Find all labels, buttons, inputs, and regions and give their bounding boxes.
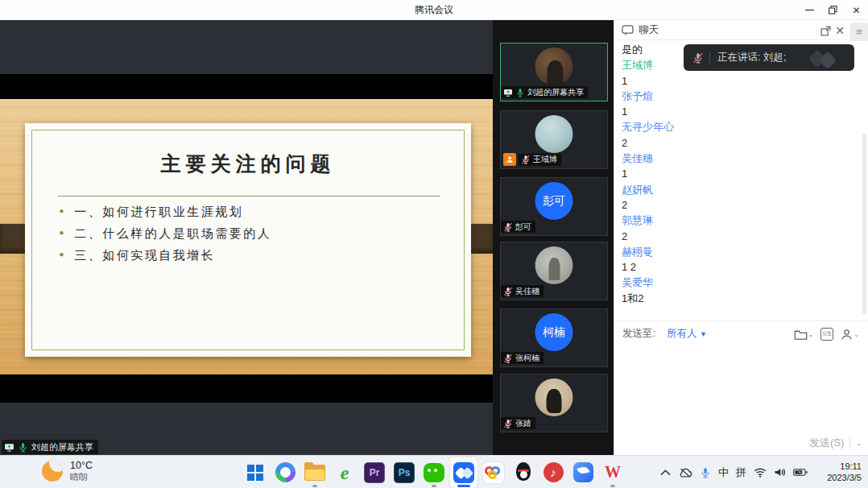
panel-drag-handle[interactable]: ≡ — [850, 23, 868, 41]
meeting-logo-watermark — [808, 50, 843, 68]
chat-header: 聊天 ✕ ≡ — [614, 20, 868, 40]
mic-muted-icon — [503, 287, 513, 296]
weather-desc: 晴朗 — [70, 472, 93, 482]
windows-taskbar: 10°C 晴朗 e Pr Ps — [0, 455, 868, 488]
chat-title: 聊天 — [639, 23, 659, 37]
participant-label: 张婧 — [501, 417, 535, 429]
browser-360[interactable] — [271, 457, 299, 488]
wechat[interactable] — [420, 457, 448, 488]
volume-icon[interactable] — [774, 467, 786, 478]
titlebar: 腾讯会议 ✕ — [0, 0, 868, 20]
send-file-icon[interactable]: ⌄ — [794, 329, 814, 341]
adobe-premiere[interactable]: Pr — [361, 457, 388, 488]
slide-bullet: 一、如何进行职业生涯规划 — [58, 201, 271, 223]
participant-label: 刘超的屏幕共享 — [501, 86, 588, 98]
chat-sender-name: 吴佳穗 — [622, 151, 847, 166]
file-explorer[interactable] — [301, 457, 329, 488]
chat-scrollbar[interactable] — [862, 133, 866, 314]
wechat-icon — [424, 463, 444, 482]
send-to-bar: 发送至: 所有人 ▼ ⌄ 公告 ⌄ — [614, 321, 868, 346]
wps-office[interactable]: W — [599, 457, 626, 488]
participant-name: 彭可 — [515, 221, 531, 233]
adobe-photoshop[interactable]: Ps — [391, 457, 418, 488]
participant-label: 彭可 — [501, 221, 535, 233]
mic-muted-icon — [503, 354, 513, 363]
netease-music-icon: ♪ — [544, 462, 564, 482]
slide-bullet: 二、什么样的人是职场需要的人 — [58, 223, 271, 245]
qq[interactable] — [510, 457, 537, 488]
chat-sender-name: 赵妍帆 — [622, 182, 847, 197]
browser-icon — [275, 462, 296, 482]
send-options-chevron-icon[interactable]: ⌄ — [856, 440, 862, 447]
send-to-dropdown[interactable]: 所有人 ▼ — [667, 327, 707, 341]
minimize-button[interactable] — [798, 0, 821, 20]
windows-start[interactable] — [242, 457, 269, 488]
tray-expand-icon[interactable] — [660, 469, 671, 476]
thunder[interactable] — [569, 457, 597, 488]
thunder-icon — [573, 462, 593, 482]
host-badge-icon — [503, 153, 516, 166]
mention-member-icon[interactable]: ⌄ — [841, 329, 859, 341]
close-chat-icon[interactable]: ✕ — [832, 23, 848, 39]
slide-title: 主要关注的问题 — [25, 151, 471, 177]
wps-icon: W — [605, 463, 621, 482]
chat-sender-name: 无寻少年心 — [622, 119, 847, 134]
screen-share-icon — [503, 88, 513, 97]
weather-temp: 10°C — [70, 460, 93, 472]
tencent-meeting[interactable] — [450, 457, 477, 488]
avatar — [535, 378, 573, 416]
battery-icon[interactable] — [793, 468, 808, 477]
avatar: 彭可 — [535, 182, 573, 220]
wifi-icon[interactable] — [754, 467, 767, 478]
ime-language-indicator[interactable]: 中 — [718, 465, 729, 480]
tray-time: 19:11 — [827, 461, 862, 473]
chat-message: 1 — [622, 166, 847, 181]
participant-name: 张柯楠 — [515, 353, 539, 364]
participant-tile[interactable]: 吴佳穗 — [500, 242, 608, 300]
ime-mode-indicator[interactable]: 拼 — [736, 465, 746, 480]
mic-muted-icon — [503, 419, 513, 428]
rings-app[interactable] — [480, 457, 507, 488]
participants-strip: 刘超的屏幕共享 王域博 彭可 彭可 吴佳穗 — [493, 20, 614, 455]
chat-message-list: 是的王域博1张予煊1无寻少年心2吴佳穗1赵妍帆2郭慧琳2赫栩曼1 2吴爱华1和2 — [622, 42, 847, 306]
avatar: 柯楠 — [535, 313, 573, 351]
tray-microphone-icon[interactable] — [700, 467, 711, 478]
sharing-status-label: 刘超的屏幕共享 — [31, 441, 93, 453]
participant-name: 吴佳穗 — [515, 286, 539, 297]
weather-widget[interactable]: 10°C 晴朗 — [42, 460, 93, 482]
participant-tile[interactable]: 彭可 彭可 — [500, 177, 608, 236]
toast-divider — [709, 52, 710, 64]
avatar-initials: 彭可 — [543, 194, 565, 209]
mic-icon — [18, 442, 28, 453]
participant-tile[interactable]: 刘超的屏幕共享 — [500, 43, 608, 101]
internet-explorer[interactable]: e — [331, 457, 358, 488]
mic-muted-icon — [521, 155, 531, 164]
share-letterbox-top — [0, 20, 493, 74]
rings-app-icon — [483, 462, 504, 483]
netease-music[interactable]: ♪ — [539, 457, 567, 488]
chat-bubble-icon — [622, 25, 634, 35]
restore-button[interactable] — [821, 0, 845, 20]
main-area: 主要关注的问题 一、如何进行职业生涯规划二、什么样的人是职场需要的人三、如何实现… — [0, 20, 868, 455]
participant-tile[interactable]: 柯楠 张柯楠 — [500, 308, 608, 367]
mic-icon — [700, 467, 711, 478]
tray-date: 2023/3/5 — [827, 473, 862, 484]
chat-panel: 聊天 ✕ ≡ 是的王域博1张予煊1无寻少年心2吴佳穗1赵妍帆2郭慧琳2赫栩曼1 … — [614, 20, 868, 455]
chat-input[interactable] — [614, 346, 868, 433]
popout-chat-icon[interactable] — [817, 23, 833, 39]
send-button[interactable]: 发送(S) — [809, 436, 844, 450]
close-button[interactable]: ✕ — [845, 0, 868, 20]
participant-tile[interactable]: 王域博 — [500, 110, 608, 169]
avatar — [535, 246, 573, 284]
taskbar-clock[interactable]: 19:11 2023/3/5 — [827, 461, 862, 483]
announcement-icon[interactable]: 公告 — [820, 328, 833, 341]
slide-bullet-list: 一、如何进行职业生涯规划二、什么样的人是职场需要的人三、如何实现自我增长 — [58, 201, 271, 267]
mic-muted-icon — [692, 52, 704, 64]
chat-sender-name: 吴爱华 — [622, 275, 847, 290]
chat-message: 1 2 — [622, 259, 847, 275]
participant-tile[interactable]: 张婧 — [500, 374, 608, 432]
taskbar-apps: e Pr Ps ♪ W — [242, 456, 626, 488]
adobe-app-icon: Ps — [394, 462, 415, 483]
cloud-app-icon[interactable] — [678, 467, 692, 478]
participant-name: 张婧 — [515, 418, 531, 429]
